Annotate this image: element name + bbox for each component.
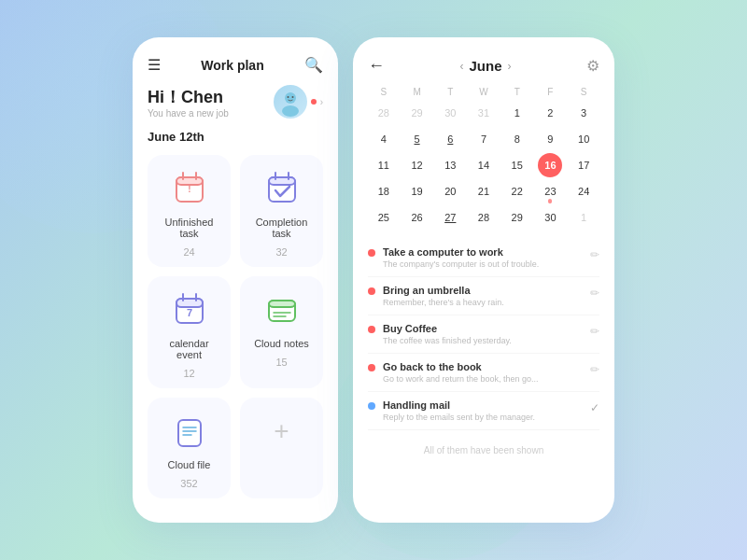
settings-icon[interactable]: ⚙ xyxy=(586,57,599,75)
cal-day-marked[interactable]: 23 xyxy=(538,179,562,203)
cal-month-label: June xyxy=(469,58,501,74)
cal-day[interactable]: 1 xyxy=(505,101,529,125)
avatar[interactable] xyxy=(274,85,307,119)
calendar-event-count: 12 xyxy=(183,368,194,379)
search-icon[interactable]: 🔍 xyxy=(304,56,323,74)
cal-day[interactable]: 17 xyxy=(571,153,596,177)
completion-task-card[interactable]: Completion task 32 xyxy=(240,155,323,267)
edit-icon[interactable]: ✏ xyxy=(590,325,599,338)
svg-rect-14 xyxy=(176,299,203,307)
cal-next-button[interactable]: › xyxy=(508,60,512,73)
cal-day[interactable]: 24 xyxy=(571,179,596,203)
cal-grid: S M T W T F S 28 29 30 31 1 2 3 4 5 6 7 … xyxy=(368,85,599,230)
chevron-right-icon: › xyxy=(320,97,323,107)
cal-day[interactable]: 6 xyxy=(438,127,462,151)
left-phone-card: ☰ Work plan 🔍 Hi！Chen You have a new job xyxy=(133,37,338,523)
unfinished-task-card[interactable]: ! Unfinished task 24 xyxy=(148,155,231,267)
task-desc: Reply to the emails sent by the manager. xyxy=(383,413,583,422)
cloud-file-card[interactable]: Cloud file 352 xyxy=(148,398,231,498)
cal-day[interactable]: 21 xyxy=(472,179,496,203)
date-label: June 12th xyxy=(148,130,323,144)
cloud-file-label: Cloud file xyxy=(168,459,211,470)
cal-day[interactable]: 7 xyxy=(472,127,496,151)
cal-day[interactable]: 5 xyxy=(405,127,430,151)
cal-day[interactable]: 11 xyxy=(372,153,396,177)
cal-day[interactable]: 3 xyxy=(571,101,596,125)
add-icon: + xyxy=(261,411,303,452)
task-content: Take a computer to work The company's co… xyxy=(383,246,583,269)
cal-day-header-s1: S xyxy=(368,85,400,99)
cal-day-today[interactable]: 16 xyxy=(538,153,562,177)
task-desc: Remember, there's a heavy rain. xyxy=(383,298,583,307)
unfinished-task-count: 24 xyxy=(183,246,194,258)
cal-day[interactable]: 14 xyxy=(472,153,496,177)
cal-day[interactable]: 19 xyxy=(405,179,430,203)
svg-text:7: 7 xyxy=(186,307,191,318)
cal-day[interactable]: 4 xyxy=(372,127,396,151)
svg-point-3 xyxy=(291,96,293,98)
cal-day[interactable]: 30 xyxy=(438,101,462,125)
cal-day[interactable]: 10 xyxy=(571,127,596,151)
greeting-section: Hi！Chen You have a new job › xyxy=(148,85,323,119)
cal-day[interactable]: 2 xyxy=(538,101,562,125)
task-dot-red xyxy=(368,326,375,333)
task-dot-red xyxy=(368,287,375,295)
cal-day[interactable]: 28 xyxy=(472,205,496,230)
cal-day[interactable]: 26 xyxy=(405,205,430,230)
edit-icon[interactable]: ✏ xyxy=(590,248,599,261)
edit-icon[interactable]: ✏ xyxy=(590,363,599,376)
cal-day[interactable]: 30 xyxy=(538,205,562,230)
task-desc: The coffee was finished yesterday. xyxy=(383,336,583,345)
cal-day-header-m: M xyxy=(402,85,433,99)
cal-day[interactable]: 13 xyxy=(438,153,462,177)
task-item: Bring an umbrella Remember, there's a he… xyxy=(368,277,599,315)
cal-day[interactable]: 1 xyxy=(571,205,596,230)
cloud-file-icon xyxy=(169,411,210,452)
svg-rect-22 xyxy=(178,420,201,446)
svg-rect-10 xyxy=(269,177,295,185)
all-shown-label: All of them have been shown xyxy=(368,445,599,455)
svg-point-0 xyxy=(285,92,296,104)
cal-day[interactable]: 28 xyxy=(372,101,396,125)
task-content: Bring an umbrella Remember, there's a he… xyxy=(383,285,583,307)
task-content: Go back to the book Go to work and retur… xyxy=(383,361,583,384)
task-dot-red xyxy=(368,364,375,371)
cal-header: ← ‹ June › ⚙ xyxy=(368,56,599,76)
svg-text:!: ! xyxy=(188,184,190,194)
task-title: Go back to the book xyxy=(383,361,583,372)
task-content: Handling mail Reply to the emails sent b… xyxy=(383,399,583,422)
cal-day[interactable]: 29 xyxy=(505,205,529,230)
task-dot-red xyxy=(368,249,375,257)
cal-day[interactable]: 22 xyxy=(505,179,529,203)
calendar-card: ← ‹ June › ⚙ S M T W T F S 28 29 30 31 1… xyxy=(353,37,614,523)
cal-month-nav: ‹ June › xyxy=(459,58,511,74)
cloud-notes-card[interactable]: Cloud notes 15 xyxy=(240,276,323,388)
cal-day[interactable]: 29 xyxy=(405,101,430,125)
svg-point-2 xyxy=(287,96,289,98)
edit-icon[interactable]: ✏ xyxy=(590,287,599,300)
cal-day[interactable]: 15 xyxy=(505,153,529,177)
task-list: Take a computer to work The company's co… xyxy=(368,239,599,430)
task-item: Buy Coffee The coffee was finished yeste… xyxy=(368,315,599,354)
cal-day[interactable]: 27 xyxy=(438,205,462,230)
cal-day[interactable]: 20 xyxy=(438,179,462,203)
cal-day-header-w: W xyxy=(468,85,500,99)
cal-day[interactable]: 8 xyxy=(505,127,529,151)
cloud-notes-icon xyxy=(261,289,303,330)
cal-day[interactable]: 31 xyxy=(472,101,496,125)
check-icon[interactable]: ✓ xyxy=(590,401,599,414)
cal-day[interactable]: 9 xyxy=(538,127,562,151)
task-desc: Go to work and return the book, then go.… xyxy=(383,374,583,384)
cal-prev-button[interactable]: ‹ xyxy=(459,60,463,73)
cal-day[interactable]: 12 xyxy=(405,153,430,177)
add-card[interactable]: + xyxy=(240,398,323,498)
greeting-text: Hi！Chen You have a new job xyxy=(148,86,229,119)
calendar-event-card[interactable]: 7 calendar event 12 xyxy=(148,276,231,388)
cal-day[interactable]: 18 xyxy=(372,179,396,203)
task-item: Handling mail Reply to the emails sent b… xyxy=(368,392,599,430)
svg-point-1 xyxy=(282,105,299,117)
back-button[interactable]: ← xyxy=(368,56,385,76)
menu-icon[interactable]: ☰ xyxy=(148,56,161,74)
cal-day[interactable]: 25 xyxy=(372,205,396,230)
svg-rect-19 xyxy=(269,301,295,307)
